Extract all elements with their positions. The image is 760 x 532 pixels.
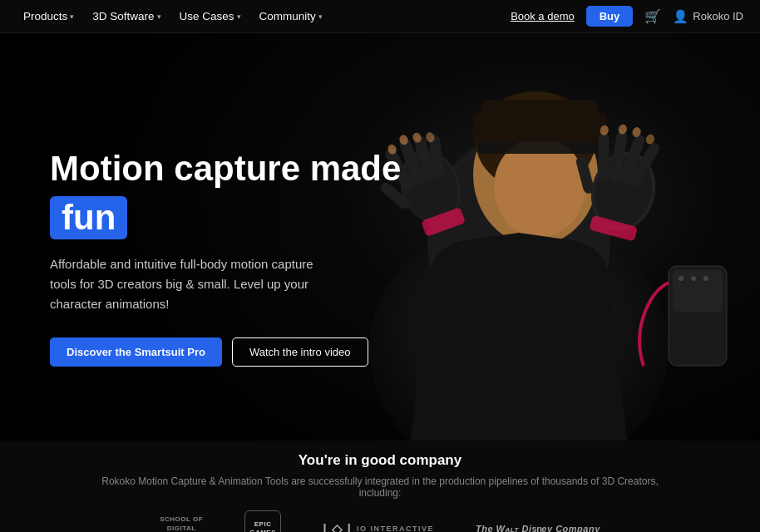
- company-strip: You're in good company Rokoko Motion Cap…: [0, 441, 760, 532]
- user-label: Rokoko ID: [693, 10, 743, 22]
- nav-software-label: 3D Software: [92, 10, 154, 22]
- buy-button[interactable]: Buy: [586, 6, 634, 27]
- hero-section: Motion capture made fun Affordable and i…: [0, 33, 760, 441]
- hero-title-line1: Motion capture made: [50, 150, 416, 188]
- nav-3dsoftware[interactable]: 3D Software ▾: [86, 10, 167, 22]
- svg-point-34: [679, 276, 684, 281]
- epic-games-logo: EPICGAMES: [244, 510, 281, 532]
- company-heading: You're in good company: [299, 452, 461, 469]
- school-logo: SCHOOL OFDIGITALARTS: [160, 515, 203, 532]
- io-interactive-logo: | ◇ | io interactive: [323, 521, 434, 533]
- disney-logo: The Walt Disney Company: [476, 524, 600, 532]
- nav-left: Products ▾ 3D Software ▾ Use Cases ▾ Com…: [17, 10, 329, 22]
- book-demo-link[interactable]: Book a demo: [511, 10, 575, 22]
- nav-usecases-label: Use Cases: [180, 10, 234, 22]
- logo-epic-games: EPICGAMES: [244, 510, 281, 532]
- chevron-down-icon: ▾: [157, 12, 161, 21]
- hero-buttons: Discover the Smartsuit Pro Watch the int…: [50, 337, 416, 367]
- logo-disney: The Walt Disney Company: [476, 524, 600, 532]
- nav-community[interactable]: Community ▾: [253, 10, 329, 22]
- hero-subtitle: Affordable and intuitive full-body motio…: [50, 254, 316, 314]
- logo-row: SCHOOL OFDIGITALARTS EPICGAMES | ◇ | io …: [0, 510, 760, 532]
- logo-school-of-digital-arts: SCHOOL OFDIGITALARTS: [160, 515, 203, 532]
- chevron-down-icon: ▾: [70, 12, 74, 21]
- svg-rect-7: [481, 100, 598, 125]
- nav-community-label: Community: [259, 10, 316, 22]
- chevron-down-icon: ▾: [318, 12, 323, 21]
- navigation: Products ▾ 3D Software ▾ Use Cases ▾ Com…: [0, 0, 760, 33]
- discover-smartsuit-button[interactable]: Discover the Smartsuit Pro: [50, 337, 222, 367]
- user-menu[interactable]: 👤 Rokoko ID: [673, 9, 743, 24]
- user-icon: 👤: [673, 9, 688, 24]
- cart-icon[interactable]: 🛒: [644, 8, 661, 24]
- nav-products[interactable]: Products ▾: [17, 10, 81, 22]
- nav-products-label: Products: [23, 10, 67, 22]
- nav-right: Book a demo Buy 🛒 👤 Rokoko ID: [511, 6, 743, 27]
- svg-point-35: [691, 276, 696, 281]
- logo-io-interactive: | ◇ | io interactive: [323, 521, 434, 533]
- chevron-down-icon: ▾: [237, 12, 241, 21]
- company-subtext: Rokoko Motion Capture & Animation Tools …: [89, 475, 671, 499]
- hero-content: Motion capture made fun Affordable and i…: [50, 150, 416, 367]
- nav-usecases[interactable]: Use Cases ▾: [173, 10, 248, 22]
- svg-point-36: [703, 276, 708, 281]
- svg-rect-22: [599, 133, 609, 181]
- watch-video-button[interactable]: Watch the intro video: [232, 337, 368, 367]
- hero-fun-badge: fun: [50, 196, 127, 239]
